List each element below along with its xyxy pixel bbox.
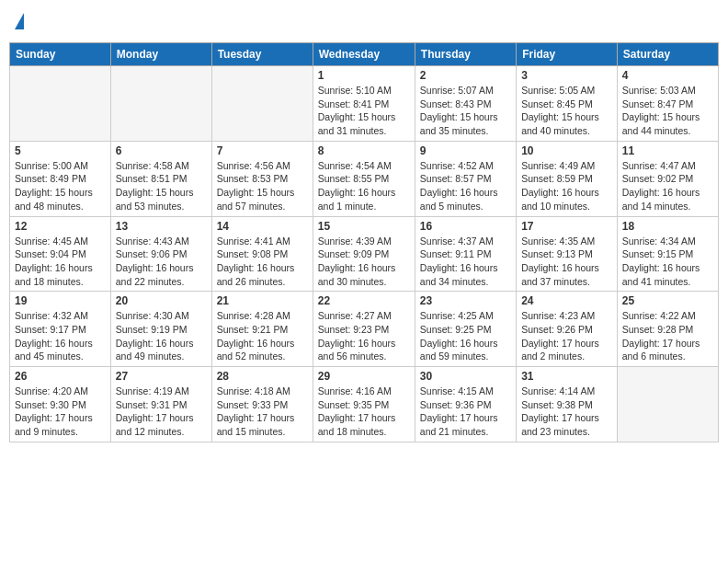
day-info: Sunrise: 4:23 AMSunset: 9:26 PMDaylight:… — [521, 309, 612, 363]
day-info: Sunrise: 4:14 AMSunset: 9:38 PMDaylight:… — [521, 385, 612, 439]
day-info: Sunrise: 4:32 AMSunset: 9:17 PMDaylight:… — [15, 309, 106, 363]
day-info: Sunrise: 4:20 AMSunset: 9:30 PMDaylight:… — [15, 385, 106, 439]
day-info: Sunrise: 5:03 AMSunset: 8:47 PMDaylight:… — [622, 84, 713, 138]
calendar-week-row: 1Sunrise: 5:10 AMSunset: 8:41 PMDaylight… — [10, 66, 719, 142]
day-number: 8 — [318, 144, 410, 157]
calendar-cell: 8Sunrise: 4:54 AMSunset: 8:55 PMDaylight… — [313, 141, 415, 216]
day-info: Sunrise: 4:15 AMSunset: 9:36 PMDaylight:… — [420, 385, 511, 439]
calendar-cell: 27Sunrise: 4:19 AMSunset: 9:31 PMDayligh… — [110, 367, 211, 442]
day-number: 25 — [622, 294, 713, 307]
day-number: 21 — [217, 294, 308, 307]
day-info: Sunrise: 5:07 AMSunset: 8:43 PMDaylight:… — [420, 84, 511, 138]
day-info: Sunrise: 4:16 AMSunset: 9:35 PMDaylight:… — [318, 385, 410, 439]
calendar-week-row: 26Sunrise: 4:20 AMSunset: 9:30 PMDayligh… — [10, 367, 719, 442]
day-number: 3 — [521, 69, 612, 82]
day-number: 14 — [217, 220, 308, 233]
calendar-cell: 10Sunrise: 4:49 AMSunset: 8:59 PMDayligh… — [517, 141, 618, 216]
day-number: 19 — [15, 294, 106, 307]
day-number: 1 — [318, 69, 410, 82]
calendar-cell: 16Sunrise: 4:37 AMSunset: 9:11 PMDayligh… — [415, 216, 516, 292]
calendar-cell: 30Sunrise: 4:15 AMSunset: 9:36 PMDayligh… — [415, 367, 516, 442]
day-number: 29 — [318, 370, 410, 383]
day-number: 22 — [318, 294, 410, 307]
calendar-cell: 22Sunrise: 4:27 AMSunset: 9:23 PMDayligh… — [313, 292, 415, 367]
calendar-cell: 21Sunrise: 4:28 AMSunset: 9:21 PMDayligh… — [211, 292, 313, 367]
calendar-cell: 28Sunrise: 4:18 AMSunset: 9:33 PMDayligh… — [211, 367, 313, 442]
calendar-cell: 14Sunrise: 4:41 AMSunset: 9:08 PMDayligh… — [211, 216, 313, 292]
day-number: 27 — [116, 370, 207, 383]
calendar-cell — [617, 367, 718, 442]
day-info: Sunrise: 4:25 AMSunset: 9:25 PMDaylight:… — [420, 309, 511, 363]
day-number: 6 — [116, 144, 207, 157]
day-info: Sunrise: 4:18 AMSunset: 9:33 PMDaylight:… — [217, 385, 308, 439]
day-number: 16 — [420, 220, 511, 233]
day-info: Sunrise: 4:19 AMSunset: 9:31 PMDaylight:… — [116, 385, 207, 439]
calendar-cell: 25Sunrise: 4:22 AMSunset: 9:28 PMDayligh… — [617, 292, 718, 367]
day-info: Sunrise: 4:34 AMSunset: 9:15 PMDaylight:… — [622, 235, 713, 289]
day-number: 15 — [318, 220, 410, 233]
weekday-header: Monday — [110, 43, 211, 66]
day-number: 10 — [521, 144, 612, 157]
logo-triangle-icon — [15, 13, 24, 29]
day-number: 4 — [622, 69, 713, 82]
calendar-table: SundayMondayTuesdayWednesdayThursdayFrid… — [9, 42, 719, 442]
weekday-header: Friday — [517, 43, 618, 66]
calendar-week-row: 5Sunrise: 5:00 AMSunset: 8:49 PMDaylight… — [10, 141, 719, 216]
calendar-cell: 9Sunrise: 4:52 AMSunset: 8:57 PMDaylight… — [415, 141, 516, 216]
day-number: 24 — [521, 294, 612, 307]
calendar-cell: 7Sunrise: 4:56 AMSunset: 8:53 PMDaylight… — [211, 141, 313, 216]
calendar-cell: 3Sunrise: 5:05 AMSunset: 8:45 PMDaylight… — [517, 66, 618, 142]
day-info: Sunrise: 4:56 AMSunset: 8:53 PMDaylight:… — [217, 159, 308, 213]
weekday-header-row: SundayMondayTuesdayWednesdayThursdayFrid… — [10, 43, 719, 66]
weekday-header: Sunday — [10, 43, 111, 66]
calendar-cell: 5Sunrise: 5:00 AMSunset: 8:49 PMDaylight… — [10, 141, 111, 216]
weekday-header: Saturday — [617, 43, 718, 66]
day-number: 12 — [15, 220, 106, 233]
day-info: Sunrise: 4:27 AMSunset: 9:23 PMDaylight:… — [318, 309, 410, 363]
day-info: Sunrise: 4:30 AMSunset: 9:19 PMDaylight:… — [116, 309, 207, 363]
weekday-header: Wednesday — [313, 43, 415, 66]
calendar-cell: 20Sunrise: 4:30 AMSunset: 9:19 PMDayligh… — [110, 292, 211, 367]
calendar-cell: 13Sunrise: 4:43 AMSunset: 9:06 PMDayligh… — [110, 216, 211, 292]
day-number: 30 — [420, 370, 511, 383]
day-info: Sunrise: 4:28 AMSunset: 9:21 PMDaylight:… — [217, 309, 308, 363]
day-info: Sunrise: 4:41 AMSunset: 9:08 PMDaylight:… — [217, 235, 308, 289]
weekday-header: Tuesday — [211, 43, 313, 66]
page-header — [9, 9, 719, 35]
day-number: 9 — [420, 144, 511, 157]
calendar-cell: 18Sunrise: 4:34 AMSunset: 9:15 PMDayligh… — [617, 216, 718, 292]
day-number: 23 — [420, 294, 511, 307]
day-number: 17 — [521, 220, 612, 233]
calendar-cell: 31Sunrise: 4:14 AMSunset: 9:38 PMDayligh… — [517, 367, 618, 442]
calendar-cell: 23Sunrise: 4:25 AMSunset: 9:25 PMDayligh… — [415, 292, 516, 367]
calendar-cell: 1Sunrise: 5:10 AMSunset: 8:41 PMDaylight… — [313, 66, 415, 142]
day-info: Sunrise: 4:49 AMSunset: 8:59 PMDaylight:… — [521, 159, 612, 213]
day-info: Sunrise: 4:37 AMSunset: 9:11 PMDaylight:… — [420, 235, 511, 289]
day-info: Sunrise: 4:45 AMSunset: 9:04 PMDaylight:… — [15, 235, 106, 289]
day-number: 26 — [15, 370, 106, 383]
day-number: 5 — [15, 144, 106, 157]
calendar-cell: 26Sunrise: 4:20 AMSunset: 9:30 PMDayligh… — [10, 367, 111, 442]
day-number: 31 — [521, 370, 612, 383]
day-number: 18 — [622, 220, 713, 233]
day-number: 7 — [217, 144, 308, 157]
day-number: 13 — [116, 220, 207, 233]
day-info: Sunrise: 4:35 AMSunset: 9:13 PMDaylight:… — [521, 235, 612, 289]
calendar-cell: 19Sunrise: 4:32 AMSunset: 9:17 PMDayligh… — [10, 292, 111, 367]
day-info: Sunrise: 4:39 AMSunset: 9:09 PMDaylight:… — [318, 235, 410, 289]
calendar-cell: 6Sunrise: 4:58 AMSunset: 8:51 PMDaylight… — [110, 141, 211, 216]
calendar-cell — [10, 66, 111, 142]
day-number: 20 — [116, 294, 207, 307]
calendar-cell — [211, 66, 313, 142]
day-number: 28 — [217, 370, 308, 383]
day-info: Sunrise: 4:52 AMSunset: 8:57 PMDaylight:… — [420, 159, 511, 213]
calendar-cell: 17Sunrise: 4:35 AMSunset: 9:13 PMDayligh… — [517, 216, 618, 292]
weekday-header: Thursday — [415, 43, 516, 66]
day-info: Sunrise: 4:43 AMSunset: 9:06 PMDaylight:… — [116, 235, 207, 289]
calendar-cell: 24Sunrise: 4:23 AMSunset: 9:26 PMDayligh… — [517, 292, 618, 367]
calendar-cell: 15Sunrise: 4:39 AMSunset: 9:09 PMDayligh… — [313, 216, 415, 292]
calendar-cell: 29Sunrise: 4:16 AMSunset: 9:35 PMDayligh… — [313, 367, 415, 442]
calendar-cell: 2Sunrise: 5:07 AMSunset: 8:43 PMDaylight… — [415, 66, 516, 142]
day-number: 11 — [622, 144, 713, 157]
day-number: 2 — [420, 69, 511, 82]
